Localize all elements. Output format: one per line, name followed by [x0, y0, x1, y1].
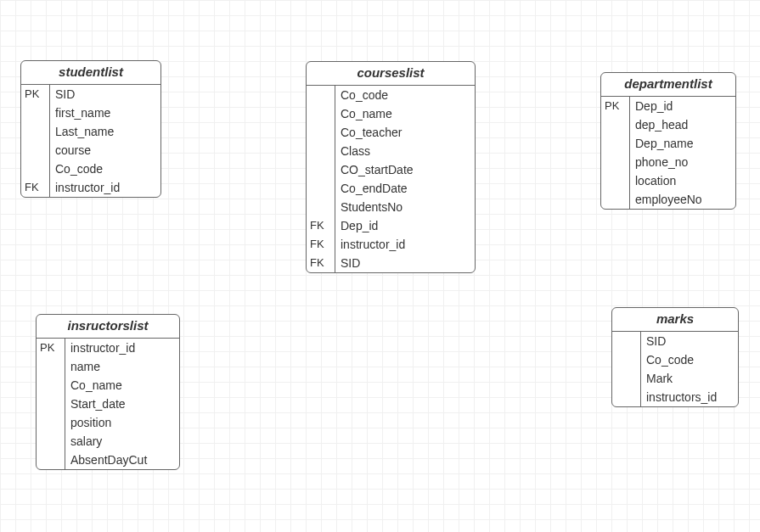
entity-row: Last_name	[21, 122, 160, 141]
entity-row: CO_startDate	[307, 160, 475, 179]
attr-cell: first_name	[50, 104, 160, 122]
entity-title-studentlist: studentlist	[21, 61, 160, 85]
key-cell: FK	[307, 235, 335, 254]
entity-row: first_name	[21, 104, 160, 122]
key-cell	[37, 357, 65, 376]
attr-cell: phone_no	[630, 153, 735, 171]
attr-cell: AbsentDayCut	[65, 451, 179, 469]
key-cell	[601, 171, 630, 190]
key-cell	[601, 134, 630, 153]
attr-cell: Start_date	[65, 395, 179, 413]
key-cell	[37, 451, 65, 469]
key-cell	[307, 160, 335, 179]
entity-row: Co_name	[307, 104, 475, 123]
attr-cell: CO_startDate	[335, 160, 475, 179]
entity-row: FKinstructor_id	[21, 178, 160, 197]
entity-row: FKDep_id	[307, 216, 475, 235]
attr-cell: employeeNo	[630, 190, 735, 209]
key-cell	[601, 153, 630, 171]
entity-row: Co_code	[21, 160, 160, 178]
entity-row: PKDep_id	[601, 97, 735, 115]
entity-rows: Co_codeCo_nameCo_teacherClassCO_startDat…	[307, 86, 475, 272]
entity-row: SID	[612, 332, 738, 350]
entity-studentlist[interactable]: studentlistPKSIDfirst_nameLast_namecours…	[20, 60, 161, 198]
key-cell	[21, 122, 50, 141]
attr-cell: instructor_id	[335, 235, 475, 254]
attr-cell: instructor_id	[50, 178, 160, 197]
entity-insructorslist[interactable]: insructorslistPKinstructor_idnameCo_name…	[36, 314, 180, 470]
entity-rows: PKinstructor_idnameCo_nameStart_dateposi…	[37, 339, 179, 469]
attr-cell: course	[50, 141, 160, 160]
key-cell	[601, 115, 630, 134]
key-cell	[37, 413, 65, 432]
entity-row: Co_endDate	[307, 179, 475, 198]
entity-row: Dep_name	[601, 134, 735, 153]
key-cell	[612, 332, 641, 350]
key-cell: PK	[21, 85, 50, 104]
key-cell	[307, 142, 335, 160]
entity-rows: SIDCo_codeMarkinstructors_id	[612, 332, 738, 406]
key-cell	[21, 104, 50, 122]
entity-title-insructorslist: insructorslist	[37, 315, 179, 339]
key-cell: PK	[37, 339, 65, 357]
entity-row: phone_no	[601, 153, 735, 171]
entity-title-marks: marks	[612, 308, 738, 332]
attr-cell: Class	[335, 142, 475, 160]
attr-cell: instructors_id	[641, 388, 738, 406]
entity-rows: PKDep_iddep_headDep_namephone_nolocation…	[601, 97, 735, 209]
attr-cell: StudentsNo	[335, 198, 475, 216]
attr-cell: Co_name	[335, 104, 475, 123]
attr-cell: position	[65, 413, 179, 432]
key-cell	[612, 350, 641, 369]
attr-cell: Co_code	[50, 160, 160, 178]
entity-row: Co_code	[307, 86, 475, 104]
entity-rows: PKSIDfirst_nameLast_namecourseCo_codeFKi…	[21, 85, 160, 197]
key-cell	[37, 395, 65, 413]
entity-row: PKinstructor_id	[37, 339, 179, 357]
entity-row: FKSID	[307, 254, 475, 272]
key-cell	[307, 86, 335, 104]
entity-marks[interactable]: marksSIDCo_codeMarkinstructors_id	[611, 307, 739, 407]
key-cell	[307, 123, 335, 142]
attr-cell: instructor_id	[65, 339, 179, 357]
entity-row: StudentsNo	[307, 198, 475, 216]
key-cell	[21, 160, 50, 178]
attr-cell: dep_head	[630, 115, 735, 134]
key-cell	[307, 198, 335, 216]
key-cell	[21, 141, 50, 160]
attr-cell: Mark	[641, 369, 738, 388]
entity-row: Class	[307, 142, 475, 160]
entity-row: employeeNo	[601, 190, 735, 209]
key-cell: FK	[21, 178, 50, 197]
attr-cell: location	[630, 171, 735, 190]
key-cell	[601, 190, 630, 209]
entity-title-departmentlist: departmentlist	[601, 73, 735, 97]
entity-row: FKinstructor_id	[307, 235, 475, 254]
entity-row: Co_name	[37, 376, 179, 395]
attr-cell: SID	[641, 332, 738, 350]
entity-row: instructors_id	[612, 388, 738, 406]
attr-cell: Co_teacher	[335, 123, 475, 142]
key-cell	[612, 388, 641, 406]
attr-cell: Dep_name	[630, 134, 735, 153]
entity-row: name	[37, 357, 179, 376]
key-cell	[37, 376, 65, 395]
entity-title-courseslist: courseslist	[307, 62, 475, 86]
entity-courseslist[interactable]: courseslistCo_codeCo_nameCo_teacherClass…	[306, 61, 476, 273]
entity-row: location	[601, 171, 735, 190]
attr-cell: Dep_id	[630, 97, 735, 115]
attr-cell: Dep_id	[335, 216, 475, 235]
key-cell: FK	[307, 254, 335, 272]
entity-row: Mark	[612, 369, 738, 388]
attr-cell: salary	[65, 432, 179, 451]
attr-cell: Co_endDate	[335, 179, 475, 198]
key-cell: FK	[307, 216, 335, 235]
entity-row: AbsentDayCut	[37, 451, 179, 469]
entity-row: salary	[37, 432, 179, 451]
key-cell	[612, 369, 641, 388]
attr-cell: Co_code	[335, 86, 475, 104]
entity-departmentlist[interactable]: departmentlistPKDep_iddep_headDep_nameph…	[600, 72, 736, 210]
entity-row: dep_head	[601, 115, 735, 134]
attr-cell: Co_code	[641, 350, 738, 369]
entity-row: PKSID	[21, 85, 160, 104]
